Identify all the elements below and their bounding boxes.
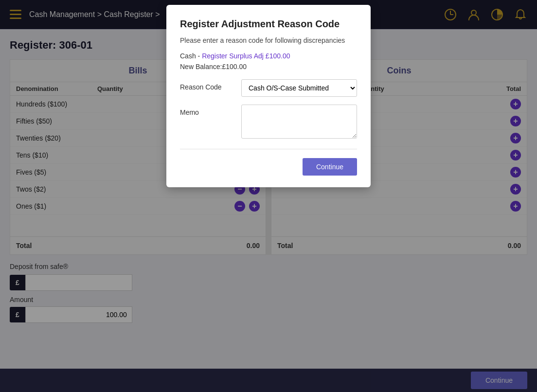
modal-description: Please enter a reason code for following…: [180, 36, 357, 44]
memo-control: [241, 105, 357, 140]
reason-code-select[interactable]: Cash O/S-Case Submitted Cash O/S-Under I…: [241, 79, 357, 97]
reason-code-field: Reason Code Cash O/S-Case Submitted Cash…: [180, 79, 357, 97]
modal-dialog: Register Adjustment Reason Code Please e…: [166, 5, 371, 187]
balance-label: New Balance:: [180, 63, 222, 71]
modal-balance: New Balance:£100.00: [180, 63, 357, 71]
memo-label: Memo: [180, 105, 233, 116]
modal-overlay: Register Adjustment Reason Code Please e…: [0, 0, 537, 392]
reason-code-control: Cash O/S-Case Submitted Cash O/S-Under I…: [241, 79, 357, 97]
reason-code-label: Reason Code: [180, 79, 233, 91]
modal-actions: Continue: [180, 158, 357, 176]
modal-continue-button[interactable]: Continue: [303, 158, 357, 176]
surplus-link[interactable]: Register Surplus Adj £100.00: [202, 52, 290, 60]
modal-divider: [180, 149, 357, 149]
memo-textarea[interactable]: [241, 105, 357, 139]
cash-label: Cash -: [180, 52, 202, 60]
modal-cash-info: Cash - Register Surplus Adj £100.00: [180, 52, 357, 60]
memo-field: Memo: [180, 105, 357, 140]
modal-title: Register Adjustment Reason Code: [180, 18, 357, 30]
balance-value: £100.00: [222, 63, 247, 71]
